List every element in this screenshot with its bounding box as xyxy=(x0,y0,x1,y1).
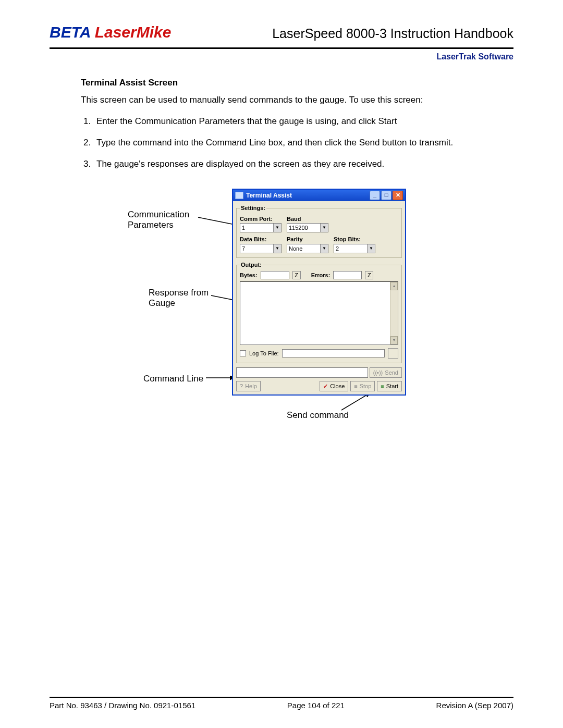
databits-value: 7 xyxy=(240,244,273,253)
callout-send-command: Send command xyxy=(287,410,349,421)
bytes-reset-button[interactable]: Z xyxy=(292,271,301,279)
chevron-down-icon: ▼ xyxy=(273,244,281,253)
check-icon: ✓ xyxy=(323,382,328,390)
parity-label: Parity xyxy=(287,236,328,243)
document-title: LaserSpeed 8000-3 Instruction Handbook xyxy=(272,26,513,41)
terminal-assist-window: Terminal Assist _ □ ✕ Settings: C xyxy=(232,189,406,396)
log-to-file-checkbox[interactable] xyxy=(240,350,246,356)
response-textarea[interactable]: ▴ ▾ xyxy=(240,281,398,345)
help-button-label: Help xyxy=(245,382,257,390)
comm-port-select[interactable]: 1 ▼ xyxy=(240,223,282,232)
scroll-down-icon[interactable]: ▾ xyxy=(390,336,398,344)
instruction-step: Enter the Communication Parameters that … xyxy=(93,116,482,128)
parity-select[interactable]: None ▼ xyxy=(287,244,328,253)
baud-label: Baud xyxy=(287,215,328,223)
bytes-field[interactable] xyxy=(261,271,289,279)
databits-label: Data Bits: xyxy=(240,236,282,243)
instruction-list: Enter the Communication Parameters that … xyxy=(81,116,482,170)
stopbits-value: 2 xyxy=(334,244,367,253)
section-heading: Terminal Assist Screen xyxy=(81,77,482,89)
chevron-down-icon: ▼ xyxy=(273,224,281,232)
baud-select[interactable]: 115200 ▼ xyxy=(287,223,328,232)
send-button-label: Send xyxy=(385,369,398,377)
figure-area: Communication Parameters Response from G… xyxy=(81,189,482,460)
chevron-down-icon: ▼ xyxy=(367,244,375,253)
stopbits-label: Stop Bits: xyxy=(334,236,375,243)
bottom-button-row: ? Help ✓ Close ≡ Stop xyxy=(236,381,402,391)
body-content: Terminal Assist Screen This screen can b… xyxy=(81,77,482,460)
scrollbar[interactable]: ▴ ▾ xyxy=(390,282,398,344)
logo-lasermike: LaserMike xyxy=(95,23,172,41)
stop-button[interactable]: ≡ Stop xyxy=(350,381,375,391)
footer-part-no: Part No. 93463 / Drawing No. 0921-01561 xyxy=(50,701,195,710)
section-subtitle: LaserTrak Software xyxy=(50,52,513,61)
callout-comm-params: Communication Parameters xyxy=(128,209,206,231)
databits-select[interactable]: 7 ▼ xyxy=(240,244,282,253)
start-button[interactable]: ≡ Start xyxy=(377,381,402,391)
stopbits-select[interactable]: 2 ▼ xyxy=(334,244,375,253)
errors-field[interactable] xyxy=(333,271,362,279)
minimize-button[interactable]: _ xyxy=(370,191,380,200)
close-button-label: Close xyxy=(330,382,345,390)
brand-logo: BETA LaserMike xyxy=(50,23,171,41)
instruction-step: The gauge's responses are displayed on t… xyxy=(93,158,482,170)
window-titlebar[interactable]: Terminal Assist _ □ ✕ xyxy=(233,190,405,201)
footer-rule xyxy=(50,697,513,698)
close-button[interactable]: ✓ Close xyxy=(320,381,348,391)
bytes-label: Bytes: xyxy=(240,272,258,279)
page-header: BETA LaserMike LaserSpeed 8000-3 Instruc… xyxy=(50,23,513,44)
intro-paragraph: This screen can be used to manually send… xyxy=(81,94,482,106)
instruction-step: Type the command into the Command Line b… xyxy=(93,137,482,149)
chevron-down-icon: ▼ xyxy=(320,224,328,232)
settings-group: Settings: Comm Port: 1 ▼ Baud xyxy=(236,204,402,258)
command-line-input[interactable] xyxy=(236,367,368,378)
antenna-icon: ((•)) xyxy=(373,369,383,377)
log-file-path-field[interactable] xyxy=(282,349,385,357)
help-icon: ? xyxy=(240,382,243,390)
help-button[interactable]: ? Help xyxy=(236,381,261,391)
comm-port-label: Comm Port: xyxy=(240,215,282,223)
document-page: BETA LaserMike LaserSpeed 8000-3 Instruc… xyxy=(0,0,563,728)
scroll-up-icon[interactable]: ▴ xyxy=(390,282,398,290)
window-title: Terminal Assist xyxy=(246,191,292,200)
errors-reset-button[interactable]: Z xyxy=(365,271,373,279)
output-legend: Output: xyxy=(240,261,263,269)
comm-port-value: 1 xyxy=(240,224,273,232)
window-icon xyxy=(235,192,243,199)
footer-revision: Revision A (Sep 2007) xyxy=(436,701,513,710)
errors-label: Errors: xyxy=(311,272,331,279)
close-window-button[interactable]: ✕ xyxy=(393,191,403,200)
header-rule xyxy=(50,47,513,49)
maximize-button[interactable]: □ xyxy=(381,191,391,200)
send-button[interactable]: ((•)) Send xyxy=(370,367,402,378)
chevron-down-icon: ▼ xyxy=(320,244,328,253)
start-button-label: Start xyxy=(386,382,398,390)
log-to-file-label: Log To File: xyxy=(249,350,279,357)
page-footer: Part No. 93463 / Drawing No. 0921-01561 … xyxy=(50,697,513,710)
callout-response: Response from Gauge xyxy=(149,288,227,309)
start-icon: ≡ xyxy=(381,382,384,390)
callout-command-line: Command Line xyxy=(143,374,222,384)
browse-button[interactable] xyxy=(388,348,398,359)
settings-legend: Settings: xyxy=(240,204,266,212)
stop-button-label: Stop xyxy=(360,382,372,390)
command-line-row: ((•)) Send xyxy=(236,367,402,378)
output-group: Output: Bytes: Z Errors: Z ▴ xyxy=(236,261,402,363)
window-body: Settings: Comm Port: 1 ▼ Baud xyxy=(233,201,405,394)
baud-value: 115200 xyxy=(287,224,320,232)
logo-beta: BETA xyxy=(50,23,90,41)
stop-icon: ≡ xyxy=(354,382,357,390)
footer-page-number: Page 104 of 221 xyxy=(287,701,345,710)
parity-value: None xyxy=(287,244,320,253)
